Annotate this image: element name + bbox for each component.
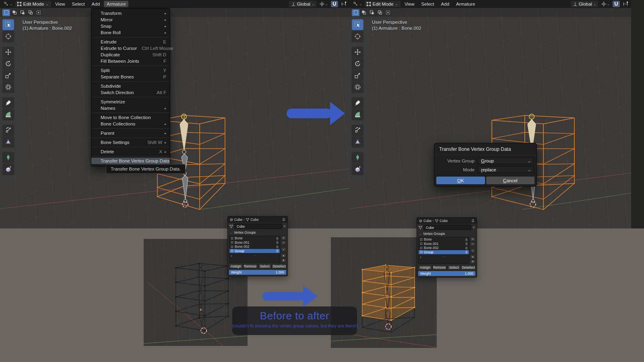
mode-dropdown[interactable]: Edit Mode ⌄ — [15, 1, 51, 7]
menu-item-duplicate[interactable]: DuplicateShift D — [91, 51, 170, 58]
tool-scale[interactable] — [2, 70, 14, 81]
transform-orientation-dropdown[interactable]: Global ⌄ — [289, 1, 317, 7]
menu-add[interactable]: Add — [438, 1, 452, 7]
add-group-button[interactable]: + — [470, 237, 475, 241]
menu-item-bone-roll[interactable]: Bone Roll▸ — [91, 29, 170, 36]
tool-move[interactable] — [2, 47, 14, 58]
menu-item-transform[interactable]: Transform▸ — [91, 10, 170, 16]
assign-button[interactable]: Assign — [418, 265, 432, 270]
menu-add[interactable]: Add — [89, 1, 103, 7]
tool-bone-envelope[interactable] — [2, 136, 14, 147]
select-button[interactable]: Select — [448, 265, 460, 270]
tool-select-box[interactable] — [352, 19, 363, 30]
menu-item-move-to-bone-collection[interactable]: Move to Bone Collection — [91, 114, 170, 121]
unlock-icon[interactable] — [465, 238, 468, 241]
unlink-icon[interactable]: ✕ — [283, 224, 286, 228]
tool-bone-envelope[interactable] — [352, 136, 363, 147]
menu-item-fill-between-joints[interactable]: Fill Between JointsF — [91, 58, 170, 64]
menu-item-extrude-to-cursor[interactable]: Extrude to CursorCtrl Left Mouse — [91, 45, 170, 51]
unlock-icon[interactable] — [276, 249, 279, 252]
tool-select-box[interactable] — [2, 19, 14, 30]
deselect-button[interactable]: Deselect — [461, 265, 475, 270]
menu-item-names[interactable]: Names▸ — [91, 105, 170, 111]
list-item-group-selected[interactable]: Group — [419, 250, 469, 255]
tool-extrude[interactable] — [2, 152, 14, 163]
tool-scale[interactable] — [352, 70, 363, 81]
unlink-icon[interactable]: ✕ — [473, 226, 475, 229]
tool-extrude-cube[interactable] — [352, 164, 363, 175]
menu-item-transfer-bone-vertex-group-data[interactable]: Transfer Bone Vertex Group Data — [91, 158, 170, 164]
menu-item-snap[interactable]: Snap▸ — [91, 23, 170, 29]
menu-item-extrude[interactable]: ExtrudeE — [91, 39, 170, 45]
mode-dropdown[interactable]: replace ⌄ — [478, 166, 533, 173]
select-mode-invert[interactable] — [27, 9, 34, 16]
unlock-icon[interactable] — [465, 242, 468, 245]
ok-button[interactable]: OK — [436, 177, 485, 184]
menu-armature[interactable]: Armature — [104, 1, 128, 7]
datablock-name-field[interactable]: Cube — [234, 224, 282, 229]
weight-slider[interactable]: Weight 1.000 — [418, 271, 475, 276]
unlock-icon[interactable] — [276, 237, 279, 240]
menu-item-separate-bones[interactable]: Separate BonesP — [91, 74, 170, 80]
pivot-point-dropdown[interactable]: ⌄ — [318, 1, 329, 7]
tool-cursor[interactable] — [352, 31, 363, 42]
unlock-icon[interactable] — [276, 241, 279, 244]
tool-move[interactable] — [352, 47, 363, 58]
tool-transform[interactable] — [2, 82, 14, 93]
weight-slider[interactable]: Weight 1.000 — [229, 270, 286, 275]
select-mode-invert[interactable] — [376, 9, 384, 16]
select-mode-extend[interactable] — [360, 9, 367, 16]
remove-group-button[interactable]: − — [470, 242, 475, 246]
tool-cursor[interactable] — [2, 31, 14, 42]
menu-item-symmetrize[interactable]: Symmetrize — [91, 99, 170, 105]
menu-item-bone-collections[interactable]: Bone Collections▸ — [91, 121, 170, 127]
list-item-bone[interactable]: Bone — [229, 236, 280, 241]
list-filter-row[interactable]: ▸ ⋯ — [229, 253, 280, 257]
move-up-button[interactable]: ▲ — [281, 253, 286, 258]
mesh-dropdown-icon[interactable] — [229, 224, 233, 228]
menu-item-parent[interactable]: Parent▸ — [91, 130, 170, 136]
select-mode-set[interactable] — [2, 9, 10, 16]
remove-button[interactable]: Remove — [433, 265, 446, 270]
unlock-icon[interactable] — [465, 247, 468, 249]
move-down-button[interactable]: ▼ — [281, 258, 286, 263]
menu-item-delete[interactable]: DeleteX▸ — [91, 148, 170, 155]
unlock-icon[interactable] — [276, 245, 279, 248]
assign-button[interactable]: Assign — [229, 264, 243, 269]
editor-type-button[interactable]: ⌄ — [2, 1, 14, 7]
list-item-group-selected[interactable]: Group — [229, 249, 280, 253]
editor-type-button[interactable]: ⌄ — [351, 1, 363, 7]
move-up-button[interactable]: ▲ — [470, 255, 475, 259]
list-item-bone-001[interactable]: Bone.001 — [229, 241, 280, 245]
cancel-button[interactable]: Cancel — [486, 177, 535, 184]
add-group-button[interactable]: + — [281, 236, 286, 240]
list-filter-row[interactable]: ▸ ⋯ — [419, 255, 469, 259]
vertex-groups-section-header[interactable]: ⌄ Vertex Groups — [417, 230, 477, 237]
select-button[interactable]: Select — [258, 264, 271, 269]
menu-view[interactable]: View — [52, 1, 68, 7]
pivot-point-dropdown[interactable]: ⌄ — [600, 1, 611, 7]
select-mode-intersect[interactable] — [35, 9, 42, 16]
menu-select[interactable]: Select — [69, 1, 88, 7]
specials-menu-button[interactable]: ⌄ — [470, 248, 475, 253]
select-mode-subtract[interactable] — [368, 9, 376, 16]
list-item-bone[interactable]: Bone — [419, 237, 469, 242]
menu-item-mirror[interactable]: Mirror▸ — [91, 16, 170, 23]
select-mode-set[interactable] — [352, 9, 359, 16]
select-mode-subtract[interactable] — [19, 9, 26, 16]
mode-dropdown[interactable]: Edit Mode ⌄ — [365, 1, 400, 7]
transform-orientation-dropdown[interactable]: Global ⌄ — [571, 1, 599, 7]
menu-item-switch-direction[interactable]: Switch DirectionAlt F — [91, 89, 170, 96]
remove-group-button[interactable]: − — [281, 241, 286, 245]
tool-roll[interactable] — [2, 125, 14, 136]
tool-measure[interactable] — [2, 109, 14, 120]
tool-transform[interactable] — [352, 82, 363, 93]
list-item-bone-002[interactable]: Bone.002 — [419, 246, 469, 250]
menu-item-subdivide[interactable]: Subdivide — [91, 83, 170, 89]
tool-annotate[interactable] — [352, 97, 363, 108]
3d-viewport-right[interactable]: ⌄ Edit Mode ⌄ View Select Add Armature G… — [349, 0, 631, 228]
select-mode-extend[interactable] — [10, 9, 18, 16]
tool-rotate[interactable] — [352, 58, 363, 69]
tool-extrude[interactable] — [352, 152, 363, 163]
tool-annotate[interactable] — [2, 97, 14, 108]
